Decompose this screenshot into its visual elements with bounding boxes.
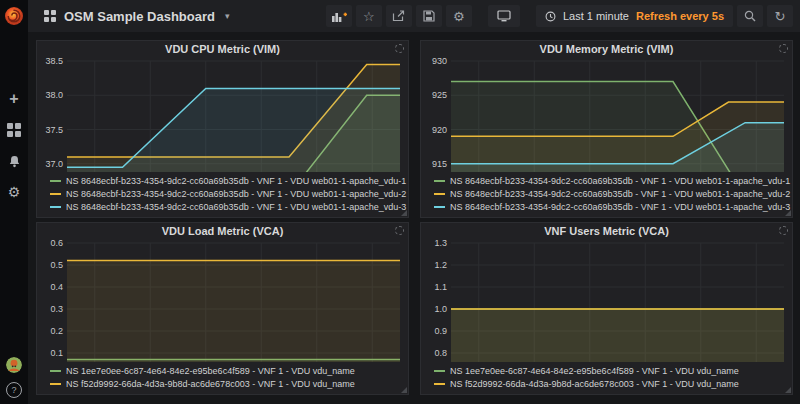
add-panel-button[interactable] xyxy=(326,5,352,27)
legend-series-name[interactable]: NS 1ee7e0ee-6c87-4e64-84e2-e95be6c4f589 … xyxy=(66,366,355,376)
panel-legend: NS 8648ecbf-b233-4354-9dc2-cc60a69b35db … xyxy=(421,172,792,217)
y-axis-tick-label: 0.1 xyxy=(50,348,63,358)
panel-title[interactable]: VNF Users Metric (VCA) xyxy=(544,225,669,237)
save-button[interactable] xyxy=(416,5,442,27)
y-axis-tick-label: 1.1 xyxy=(434,282,447,292)
top-navbar: OSM Sample Dashboard ▾ ☆ xyxy=(28,0,800,32)
y-axis-tick-label: 38.0 xyxy=(45,90,63,100)
y-axis-tick-label: 0.3 xyxy=(50,304,63,314)
panel-title[interactable]: VDU Memory Metric (VIM) xyxy=(540,43,674,55)
legend-color-dash-icon xyxy=(434,370,445,372)
legend-series-name[interactable]: NS 8648ecbf-b233-4354-9dc2-cc60a69b35db … xyxy=(66,202,406,212)
series-area xyxy=(67,261,400,362)
legend-item[interactable]: NS 8648ecbf-b233-4354-9dc2-cc60a69b35db … xyxy=(50,174,408,187)
chart-canvas[interactable]: 91091592092593015:08:4015:08:5015:09:001… xyxy=(421,57,792,172)
y-axis-tick-label: 0.4 xyxy=(50,282,63,292)
chart-area[interactable]: 36.537.037.538.038.515:08:4015:08:5015:0… xyxy=(37,57,408,172)
create-plus-icon[interactable]: + xyxy=(5,90,23,108)
panel-vdu-load: VDU Load Metric (VCA) 00.10.20.30.40.50.… xyxy=(36,222,409,395)
panel-vdu-cpu: VDU CPU Metric (VIM) 36.537.037.538.038.… xyxy=(36,40,409,218)
legend-series-name[interactable]: NS 8648ecbf-b233-4354-9dc2-cc60a69b35db … xyxy=(66,189,406,199)
star-button[interactable]: ☆ xyxy=(356,5,382,27)
panel-loading-spinner-icon xyxy=(779,226,788,235)
panel-loading-spinner-icon xyxy=(395,44,404,53)
legend-item[interactable]: NS 8648ecbf-b233-4354-9dc2-cc60a69b35db … xyxy=(50,187,408,200)
chart-area[interactable]: 00.10.20.30.40.50.615:08:4015:08:5015:09… xyxy=(37,239,408,362)
legend-item[interactable]: NS 8648ecbf-b233-4354-9dc2-cc60a69b35db … xyxy=(50,200,408,213)
panel-vnf-users: VNF Users Metric (VCA) 0.70.80.91.01.11.… xyxy=(420,222,793,395)
legend-color-dash-icon xyxy=(434,193,445,195)
y-axis-tick-label: 0.8 xyxy=(434,348,447,358)
chart-area[interactable]: 0.70.80.91.01.11.21.315:08:4015:08:5015:… xyxy=(421,239,792,362)
time-picker-button[interactable]: Last 1 minute Refresh every 5s xyxy=(536,5,733,27)
refresh-button[interactable]: ↻ xyxy=(767,5,793,27)
y-axis-tick-label: 37.5 xyxy=(45,125,63,135)
panel-vdu-memory: VDU Memory Metric (VIM) 9109159209259301… xyxy=(420,40,793,218)
legend-series-name[interactable]: NS 8648ecbf-b233-4354-9dc2-cc60a69b35db … xyxy=(450,189,790,199)
dashboard-title[interactable]: OSM Sample Dashboard xyxy=(64,9,215,24)
left-sidebar: + ⚙ ? xyxy=(0,0,28,404)
panel-resize-handle[interactable] xyxy=(401,210,407,216)
dashboards-icon[interactable] xyxy=(5,121,23,139)
legend-color-dash-icon xyxy=(50,370,61,372)
legend-item[interactable]: NS f52d9992-66da-4d3a-9b8d-ac6de678c003 … xyxy=(434,377,792,390)
tv-mode-button[interactable] xyxy=(488,5,520,27)
refresh-interval-label: Refresh every 5s xyxy=(636,10,724,22)
legend-item[interactable]: NS 1ee7e0ee-6c87-4e64-84e2-e95be6c4f589 … xyxy=(434,364,792,377)
legend-item[interactable]: NS 8648ecbf-b233-4354-9dc2-cc60a69b35db … xyxy=(434,174,792,187)
legend-series-name[interactable]: NS 8648ecbf-b233-4354-9dc2-cc60a69b35db … xyxy=(66,176,406,186)
chart-canvas[interactable]: 0.70.80.91.01.11.21.315:08:4015:08:5015:… xyxy=(421,239,792,362)
help-icon[interactable]: ? xyxy=(6,382,22,398)
legend-color-dash-icon xyxy=(434,383,445,385)
chart-area[interactable]: 91091592092593015:08:4015:08:5015:09:001… xyxy=(421,57,792,172)
legend-color-dash-icon xyxy=(50,180,61,182)
panel-title[interactable]: VDU CPU Metric (VIM) xyxy=(165,43,280,55)
grafana-logo[interactable] xyxy=(4,6,24,26)
y-axis-tick-label: 925 xyxy=(432,90,447,100)
settings-button[interactable]: ⚙ xyxy=(446,5,472,27)
chevron-down-icon[interactable]: ▾ xyxy=(225,11,230,21)
legend-series-name[interactable]: NS 8648ecbf-b233-4354-9dc2-cc60a69b35db … xyxy=(450,202,790,212)
chart-canvas[interactable]: 36.537.037.538.038.515:08:4015:08:5015:0… xyxy=(37,57,408,172)
panel-loading-spinner-icon xyxy=(395,226,404,235)
panel-resize-handle[interactable] xyxy=(785,387,791,393)
legend-item[interactable]: NS 8648ecbf-b233-4354-9dc2-cc60a69b35db … xyxy=(434,187,792,200)
y-axis-tick-label: 930 xyxy=(432,57,447,66)
legend-item[interactable]: NS 8648ecbf-b233-4354-9dc2-cc60a69b35db … xyxy=(434,200,792,213)
dashboard-squares-icon xyxy=(44,10,56,22)
panel-resize-handle[interactable] xyxy=(401,387,407,393)
clock-icon xyxy=(545,11,556,22)
legend-series-name[interactable]: NS 1ee7e0ee-6c87-4e64-84e2-e95be6c4f589 … xyxy=(450,366,739,376)
legend-color-dash-icon xyxy=(434,180,445,182)
time-range-label: Last 1 minute xyxy=(563,10,629,22)
chart-canvas[interactable]: 00.10.20.30.40.50.615:08:4015:08:5015:09… xyxy=(37,239,408,362)
y-axis-tick-label: 0.6 xyxy=(50,239,63,248)
panel-legend: NS 1ee7e0ee-6c87-4e64-84e2-e95be6c4f589 … xyxy=(421,362,792,394)
y-axis-tick-label: 1.3 xyxy=(434,239,447,248)
y-axis-tick-label: 38.5 xyxy=(45,57,63,66)
user-avatar[interactable] xyxy=(6,357,22,373)
panel-header: VNF Users Metric (VCA) xyxy=(421,223,792,239)
y-axis-tick-label: 915 xyxy=(432,159,447,169)
dashboard-title-group[interactable]: OSM Sample Dashboard ▾ xyxy=(44,9,230,24)
y-axis-tick-label: 0.5 xyxy=(50,260,63,270)
legend-color-dash-icon xyxy=(50,383,61,385)
y-axis-tick-label: 37.0 xyxy=(45,159,63,169)
zoom-out-button[interactable] xyxy=(737,5,763,27)
y-axis-tick-label: 0.9 xyxy=(434,326,447,336)
y-axis-tick-label: 0.2 xyxy=(50,326,63,336)
legend-color-dash-icon xyxy=(434,206,445,208)
legend-series-name[interactable]: NS 8648ecbf-b233-4354-9dc2-cc60a69b35db … xyxy=(450,176,790,186)
legend-item[interactable]: NS 1ee7e0ee-6c87-4e64-84e2-e95be6c4f589 … xyxy=(50,364,408,377)
panel-title[interactable]: VDU Load Metric (VCA) xyxy=(162,225,284,237)
alerting-bell-icon[interactable] xyxy=(5,152,23,170)
legend-series-name[interactable]: NS f52d9992-66da-4d3a-9b8d-ac6de678c003 … xyxy=(450,379,739,389)
share-button[interactable] xyxy=(386,5,412,27)
y-axis-tick-label: 1.2 xyxy=(434,260,447,270)
panel-resize-handle[interactable] xyxy=(785,210,791,216)
legend-item[interactable]: NS f52d9992-66da-4d3a-9b8d-ac6de678c003 … xyxy=(50,377,408,390)
legend-series-name[interactable]: NS f52d9992-66da-4d3a-9b8d-ac6de678c003 … xyxy=(66,379,355,389)
legend-color-dash-icon xyxy=(50,193,61,195)
configuration-gear-icon[interactable]: ⚙ xyxy=(5,183,23,201)
series-area xyxy=(451,309,784,362)
